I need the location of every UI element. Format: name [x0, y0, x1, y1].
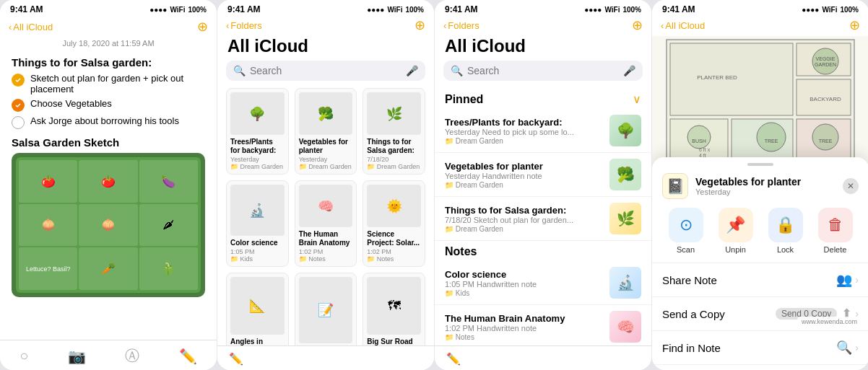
- sheet-subtitle: Yesterday: [695, 188, 801, 196]
- edit-icon-1[interactable]: ✏️: [179, 348, 197, 365]
- search-icon-2: 🔍: [233, 65, 246, 76]
- compose-icon-1[interactable]: Ⓐ: [125, 346, 139, 366]
- pinned-chevron[interactable]: ∨: [633, 92, 641, 106]
- svg-text:TREE: TREE: [819, 138, 833, 144]
- todo-item-1: Sketch out plan for garden + pick out pl…: [12, 73, 205, 94]
- signal-icon-2: ●●●●: [367, 6, 384, 14]
- sketch-section-title: Salsa Garden Sketch: [12, 136, 205, 149]
- thumb-img-6: 🌞: [367, 185, 421, 227]
- note-thumb-2[interactable]: 🥦 Vegetables for planter Yesterday 📁 Dre…: [295, 88, 357, 175]
- status-bar-3: 9:41 AM ●●●● WiFi 100%: [435, 0, 651, 16]
- find-in-note-row[interactable]: Find in Note 🔍 ›: [652, 330, 868, 364]
- floor-plan-svg: PLANTER BED VEGGIE GARDEN BACKYARD BUSH …: [652, 36, 868, 166]
- camera-icon-1[interactable]: 📷: [68, 348, 86, 365]
- more-icon-2[interactable]: ⊕: [415, 17, 425, 33]
- bottom-bar-3: ✏️: [435, 345, 651, 370]
- delete-action[interactable]: 🗑 Delete: [812, 208, 859, 254]
- nav-bar-2: ‹ Folders ⊕: [217, 16, 434, 36]
- more-icon-4[interactable]: ⊕: [849, 17, 860, 33]
- back-label-2[interactable]: Folders: [230, 20, 261, 31]
- delete-icon: 🗑: [818, 208, 853, 242]
- mic-icon-2[interactable]: 🎤: [406, 65, 418, 76]
- unpin-action[interactable]: 📌 Unpin: [712, 208, 759, 254]
- wifi-icon-3: WiFi: [604, 6, 620, 14]
- notes-section-header: Notes: [435, 241, 651, 261]
- phone-3: 9:41 AM ●●●● WiFi 100% ‹ Folders ⊕ All i…: [435, 0, 651, 370]
- search-input-3[interactable]: [467, 65, 619, 76]
- pinned-label: Pinned: [445, 93, 483, 106]
- note-item-1[interactable]: Color science 1:05 PM Handwritten note 📁…: [435, 261, 651, 305]
- sketch-grid: 🍅 🍅 🍆 🧅 🧅 🌶 Lettuce? Basil? 🥕 🫑: [16, 157, 201, 293]
- svg-text:TREE: TREE: [765, 138, 778, 144]
- more-icon-1[interactable]: ⊕: [197, 19, 208, 35]
- note-thumb-6[interactable]: 🌞 Science Project: Solar... 1:02 PM 📁 No…: [363, 180, 425, 267]
- note-thumb-4[interactable]: 🔬 Color science 1:05 PM 📁 Kids: [226, 180, 289, 267]
- sheet-handle: [747, 163, 773, 166]
- checkbox-2[interactable]: [12, 99, 25, 112]
- status-icons-3: ●●●● WiFi 100%: [584, 6, 641, 14]
- note-folder-2: 📁 Notes: [445, 333, 602, 341]
- scan-label: Scan: [677, 245, 695, 254]
- thumb-meta-2: Yesterday: [299, 156, 353, 163]
- checkbox-3[interactable]: [12, 116, 25, 129]
- scan-icon: ⊙: [669, 208, 703, 242]
- compose-icon-3[interactable]: ✏️: [446, 352, 461, 366]
- todo-text-1: Sketch out plan for garden + pick out pl…: [30, 73, 205, 94]
- back-button-4[interactable]: ‹ All iCloud: [661, 20, 705, 31]
- checkbox-1[interactable]: [12, 74, 25, 87]
- back-button-2[interactable]: ‹ Folders: [226, 20, 262, 31]
- thumb-folder-3: 📁 Dream Garden: [367, 163, 421, 170]
- mic-icon-3[interactable]: 🎤: [623, 65, 635, 76]
- status-bar-2: 9:41 AM ●●●● WiFi 100%: [217, 0, 434, 16]
- note-thumb-list-1: 🔬: [609, 267, 641, 299]
- note-text-1: Color science 1:05 PM Handwritten note 📁…: [445, 269, 602, 297]
- svg-point-7: [812, 48, 838, 74]
- note-thumb-3[interactable]: 🌿 Things to for Salsa garden: 7/18/20 📁 …: [363, 88, 425, 175]
- time-4: 9:41 AM: [662, 4, 695, 14]
- scan-action[interactable]: ⊙ Scan: [662, 208, 709, 254]
- search-bar-2[interactable]: 🔍 🎤: [226, 61, 425, 81]
- pinned-item-2[interactable]: Vegetables for planter Yesterday Handwri…: [435, 153, 651, 197]
- chevron-right-find: ›: [855, 342, 859, 353]
- move-note-row[interactable]: Move Note 📁 ›: [652, 364, 868, 370]
- time-2: 9:41 AM: [227, 4, 261, 14]
- thumb-folder-1: 📁 Dream Garden: [230, 163, 285, 170]
- pinned-item-3[interactable]: Things to for Salsa garden: 7/18/20 Sket…: [435, 197, 651, 241]
- more-icon-3[interactable]: ⊕: [632, 17, 643, 33]
- back-button-1[interactable]: ‹ All iCloud: [9, 22, 53, 32]
- chevron-right-share: ›: [855, 274, 859, 286]
- note-item-2[interactable]: The Human Brain Anatomy 1:02 PM Handwrit…: [435, 305, 651, 349]
- note-thumb-list-2: 🧠: [609, 311, 641, 343]
- search-input-2[interactable]: [250, 65, 402, 76]
- pinned-text-2: Vegetables for planter Yesterday Handwri…: [445, 161, 602, 189]
- time-3: 9:41 AM: [445, 4, 478, 14]
- search-bar-3[interactable]: 🔍 🎤: [443, 61, 643, 81]
- pinned-meta-1: Yesterday Need to pick up some lo...: [445, 128, 602, 136]
- note-thumb-1[interactable]: 🌳 Trees/Plants for backyard: Yesterday 📁…: [226, 88, 289, 175]
- share-note-row[interactable]: Share Note 👥 ›: [652, 263, 868, 296]
- checkmark-icon-1[interactable]: ○: [19, 348, 28, 364]
- page-title-2: All iCloud: [217, 36, 434, 61]
- svg-point-10: [812, 124, 838, 150]
- lock-action[interactable]: 🔒 Lock: [762, 208, 809, 254]
- pinned-item-1[interactable]: Trees/Plants for backyard: Yesterday Nee…: [435, 109, 651, 153]
- thumb-img-2: 🥦: [299, 92, 353, 135]
- back-button-3[interactable]: ‹ Folders: [443, 20, 479, 31]
- compose-icon-2[interactable]: ✏️: [229, 352, 243, 366]
- pinned-folder-2: 📁 Dream Garden: [445, 181, 602, 189]
- chevron-left-icon-2: ‹: [226, 20, 229, 31]
- thumb-img-9: 🗺: [367, 277, 421, 335]
- unpin-icon: 📌: [719, 208, 753, 242]
- sketch-cell-2: 🍅: [79, 160, 137, 203]
- pinned-thumb-1: 🌳: [609, 115, 641, 146]
- sheet-note-info: Vegetables for planter Yesterday: [695, 176, 801, 196]
- sheet-note-icon: 📓: [662, 173, 688, 199]
- todo-text-3: Ask Jorge about borrowing his tools: [30, 115, 179, 126]
- back-label-4[interactable]: All iCloud: [665, 20, 705, 31]
- note-thumb-5[interactable]: 🧠 The Human Brain Anatomy 1:02 PM 📁 Note…: [295, 180, 357, 267]
- note-content-1: Things to for Salsa garden: Sketch out p…: [0, 50, 217, 303]
- back-label-3[interactable]: Folders: [448, 20, 479, 31]
- back-label-1[interactable]: All iCloud: [13, 22, 53, 32]
- pinned-folder-3: 📁 Dream Garden: [445, 225, 602, 233]
- sheet-close-button[interactable]: ✕: [843, 178, 859, 194]
